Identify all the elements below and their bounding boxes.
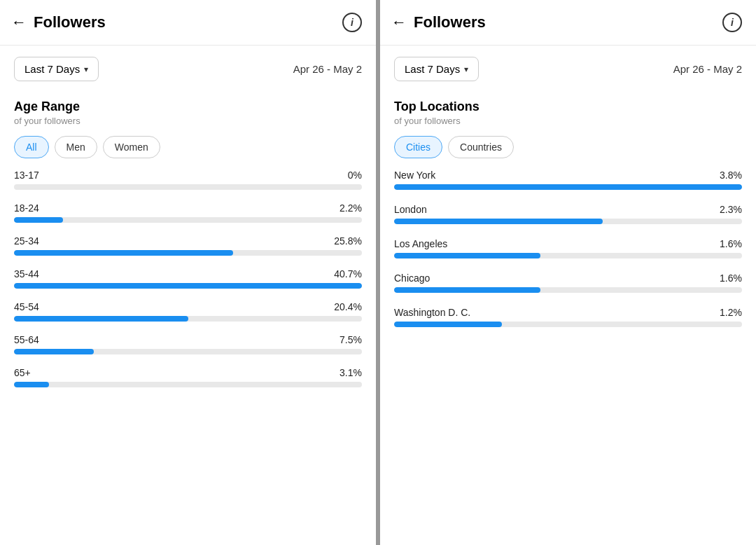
age-bar-label: 18-24 [14, 202, 39, 214]
location-pct: 3.8% [720, 170, 742, 181]
left-header: ← Followers i [0, 0, 376, 46]
right-header: ← Followers i [380, 0, 756, 46]
age-bar-item: 13-17 0% [14, 170, 362, 190]
left-toolbar: Last 7 Days ▾ Apr 26 - May 2 [0, 46, 376, 92]
location-pct: 1.6% [720, 238, 742, 249]
tab-men[interactable]: Men [55, 136, 97, 158]
age-bar-pct: 25.8% [334, 235, 362, 247]
location-bar-fill [394, 322, 502, 327]
location-bar-item: Los Angeles 1.6% [394, 238, 742, 258]
left-tabs: All Men Women [0, 136, 376, 170]
age-bar-item: 45-54 20.4% [14, 301, 362, 322]
age-bar-fill [14, 283, 362, 289]
right-page-title: Followers [414, 13, 722, 32]
location-name: Washington D. C. [394, 307, 470, 318]
left-date-range: Apr 26 - May 2 [293, 63, 362, 75]
age-bar-fill [14, 349, 94, 354]
right-date-dropdown[interactable]: Last 7 Days ▾ [394, 57, 479, 81]
right-back-button[interactable]: ← [391, 13, 407, 32]
age-bar-track [14, 316, 362, 322]
age-bar-pct: 2.2% [340, 202, 362, 214]
age-bar-fill [14, 382, 49, 387]
age-bar-track [14, 283, 362, 289]
location-bar-fill [394, 184, 742, 190]
age-bar-track [14, 250, 362, 256]
age-bar-label: 13-17 [14, 170, 39, 181]
age-bar-fill [14, 316, 188, 322]
right-chevron-icon: ▾ [464, 64, 468, 74]
location-bar-fill [394, 253, 540, 258]
age-bar-label: 55-64 [14, 334, 39, 345]
right-date-range: Apr 26 - May 2 [673, 63, 742, 75]
location-name: New York [394, 170, 435, 181]
tab-countries[interactable]: Countries [448, 136, 514, 158]
tab-women[interactable]: Women [103, 136, 160, 158]
age-bar-track [14, 217, 362, 223]
age-bar-item: 55-64 7.5% [14, 334, 362, 354]
left-panel: ← Followers i Last 7 Days ▾ Apr 26 - May… [0, 0, 380, 545]
location-bar-track [394, 184, 742, 190]
location-bar-list: New York 3.8% London 2.3% Los Angeles 1.… [380, 170, 756, 327]
age-bar-track [14, 184, 362, 190]
location-bar-track [394, 322, 742, 327]
left-info-icon[interactable]: i [342, 13, 362, 32]
location-name: Chicago [394, 272, 430, 284]
location-bar-fill [394, 287, 540, 293]
left-section-title: Age Range [14, 99, 362, 114]
right-toolbar: Last 7 Days ▾ Apr 26 - May 2 [380, 46, 756, 92]
location-name: London [394, 204, 427, 215]
location-name: Los Angeles [394, 238, 447, 249]
age-bar-label: 35-44 [14, 268, 39, 280]
age-bar-item: 18-24 2.2% [14, 202, 362, 223]
location-bar-item: New York 3.8% [394, 170, 742, 190]
location-pct: 2.3% [720, 204, 742, 215]
left-section-subtitle: of your followers [14, 116, 362, 126]
age-bar-item: 35-44 40.7% [14, 268, 362, 289]
age-bar-pct: 3.1% [340, 367, 362, 378]
left-back-button[interactable]: ← [11, 13, 27, 32]
location-bar-track [394, 253, 742, 258]
right-panel: ← Followers i Last 7 Days ▾ Apr 26 - May… [380, 0, 756, 545]
tab-cities[interactable]: Cities [394, 136, 442, 158]
location-bar-item: London 2.3% [394, 204, 742, 224]
age-bar-pct: 0% [348, 170, 362, 181]
location-bar-item: Chicago 1.6% [394, 272, 742, 293]
right-section-header: Top Locations of your followers [380, 92, 756, 136]
left-date-dropdown[interactable]: Last 7 Days ▾ [14, 57, 99, 81]
right-section-title: Top Locations [394, 99, 742, 114]
location-bar-item: Washington D. C. 1.2% [394, 307, 742, 327]
left-chevron-icon: ▾ [84, 64, 88, 74]
age-bar-label: 45-54 [14, 301, 39, 312]
left-page-title: Followers [34, 13, 342, 32]
location-bar-track [394, 287, 742, 293]
age-bar-track [14, 382, 362, 387]
location-pct: 1.2% [720, 307, 742, 318]
age-bar-list: 13-17 0% 18-24 2.2% 25-34 25.8% [0, 170, 376, 387]
age-bar-track [14, 349, 362, 354]
age-bar-pct: 20.4% [334, 301, 362, 312]
age-bar-pct: 7.5% [340, 334, 362, 345]
age-bar-item: 65+ 3.1% [14, 367, 362, 387]
left-dropdown-label: Last 7 Days [24, 63, 80, 75]
age-bar-label: 65+ [14, 367, 31, 378]
right-section-subtitle: of your followers [394, 116, 742, 126]
tab-all[interactable]: All [14, 136, 49, 158]
age-bar-label: 25-34 [14, 235, 39, 247]
location-bar-fill [394, 219, 603, 224]
age-bar-fill [14, 250, 233, 256]
age-bar-fill [14, 217, 63, 223]
right-tabs: Cities Countries [380, 136, 756, 170]
left-section-header: Age Range of your followers [0, 92, 376, 136]
age-bar-pct: 40.7% [334, 268, 362, 280]
location-bar-track [394, 219, 742, 224]
right-dropdown-label: Last 7 Days [405, 63, 460, 75]
location-pct: 1.6% [720, 272, 742, 284]
right-info-icon[interactable]: i [722, 13, 742, 32]
age-bar-item: 25-34 25.8% [14, 235, 362, 256]
